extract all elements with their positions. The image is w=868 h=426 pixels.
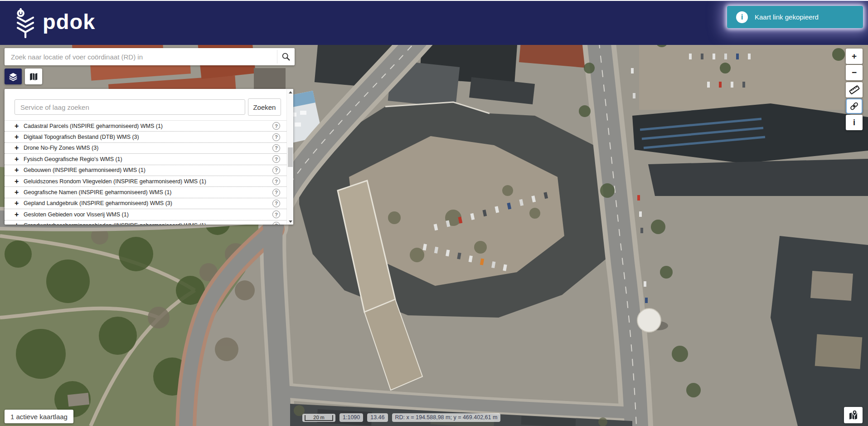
service-row[interactable]: + Grondwaterbeschermingsgebieden (INSPIR… [5, 220, 286, 225]
service-label: Geluidszones Rondom Vliegvelden (INSPIRE… [24, 178, 206, 185]
layer-catalog-panel: Zoeken + Cadastral Parcels (INSPIRE geha… [5, 89, 293, 225]
expand-plus-icon[interactable]: + [15, 144, 24, 152]
scroll-down-arrow[interactable] [287, 218, 293, 225]
active-layers-badge[interactable]: 1 actieve kaartlaag [5, 410, 73, 423]
service-row[interactable]: + Fysisch Geografische Regio's WMS (1) ? [5, 154, 286, 165]
help-icon[interactable]: ? [272, 222, 280, 225]
info-icon: i [736, 11, 748, 23]
service-row[interactable]: + Drone No-Fly Zones WMS (3) ? [5, 143, 286, 154]
service-list: + Cadastral Parcels (INSPIRE geharmonise… [5, 120, 286, 225]
zoom-out-button[interactable]: − [846, 65, 863, 80]
central-block [299, 102, 612, 390]
logo-text: pdok [43, 11, 95, 32]
window-top-edge [0, 0, 868, 1]
zoom-level: 13.46 [367, 413, 388, 422]
map-toggle-button[interactable] [25, 69, 42, 84]
service-label: Digitaal Topografisch Bestand (DTB) WMS … [24, 134, 139, 140]
service-label: Gebouwen (INSPIRE geharmoniseerd) WMS (1… [24, 167, 145, 173]
service-label: Geografische Namen (INSPIRE geharmonisee… [24, 189, 172, 196]
scale-bar: 20 m [302, 414, 335, 422]
help-icon[interactable]: ? [272, 122, 280, 130]
help-icon[interactable]: ? [272, 189, 280, 196]
scrollbar-thumb[interactable] [288, 147, 293, 167]
service-label: Gepland Landgebruik (INSPIRE geharmonise… [24, 200, 172, 206]
right-buildings [579, 28, 868, 426]
scale-bar-label: 20 m [305, 415, 333, 421]
expand-plus-icon[interactable]: + [15, 133, 24, 141]
service-row[interactable]: + Cadastral Parcels (INSPIRE geharmonise… [5, 121, 286, 132]
layers-toggle-button[interactable] [5, 69, 22, 84]
info-button[interactable]: i [846, 115, 863, 130]
expand-plus-icon[interactable]: + [15, 189, 24, 196]
expand-plus-icon[interactable]: + [15, 156, 24, 163]
pdok-leaf-icon [14, 8, 38, 38]
expand-plus-icon[interactable]: + [15, 122, 24, 130]
ruler-icon [849, 84, 860, 95]
map-icon [29, 72, 39, 82]
search-icon [281, 52, 291, 62]
service-label: Cadastral Parcels (INSPIRE geharmoniseer… [24, 123, 163, 129]
expand-plus-icon[interactable]: + [15, 166, 24, 174]
help-icon[interactable]: ? [272, 133, 280, 141]
service-label: Drone No-Fly Zones WMS (3) [24, 145, 98, 151]
measure-button[interactable] [846, 82, 863, 98]
pdok-logo: pdok [14, 8, 95, 38]
expand-plus-icon[interactable]: + [15, 222, 24, 225]
link-icon [849, 101, 859, 111]
scroll-up-arrow[interactable] [287, 89, 293, 95]
map-pin-icon [848, 410, 859, 421]
help-icon[interactable]: ? [272, 166, 280, 174]
parked-cars [422, 192, 550, 271]
share-link-button[interactable] [846, 98, 863, 114]
service-row[interactable]: + Gepland Landgebruik (INSPIRE geharmoni… [5, 198, 286, 209]
toast-text: Kaart link gekopieerd [755, 13, 819, 21]
help-icon[interactable]: ? [272, 155, 280, 163]
help-icon[interactable]: ? [272, 144, 280, 152]
help-icon[interactable]: ? [272, 177, 280, 185]
background-map-button[interactable] [844, 407, 863, 423]
service-row[interactable]: + Gesloten Gebieden voor Visserij WMS (1… [5, 209, 286, 220]
search-button[interactable] [277, 48, 295, 65]
tool-toggles [5, 69, 42, 84]
location-search-bar [5, 48, 295, 65]
service-search-button[interactable]: Zoeken [248, 98, 281, 116]
service-row[interactable]: + Digitaal Topografisch Bestand (DTB) WM… [5, 132, 286, 142]
coordinates-readout: RD: x = 194.588,98 m; y = 469.402,61 m [392, 413, 501, 422]
service-label: Gesloten Gebieden voor Visserij WMS (1) [24, 211, 129, 218]
service-row[interactable]: + Gebouwen (INSPIRE geharmoniseerd) WMS … [5, 165, 286, 176]
scale-ratio: 1:1090 [339, 413, 363, 422]
expand-plus-icon[interactable]: + [15, 178, 24, 185]
expand-plus-icon[interactable]: + [15, 200, 24, 207]
service-row[interactable]: + Geluidszones Rondom Vliegvelden (INSPI… [5, 176, 286, 187]
panel-scrollbar[interactable] [286, 89, 293, 225]
layers-icon [8, 72, 18, 82]
service-row[interactable]: + Geografische Namen (INSPIRE geharmonis… [5, 187, 286, 198]
zoom-in-button[interactable]: + [846, 49, 863, 64]
help-icon[interactable]: ? [272, 211, 280, 218]
location-search-input[interactable] [5, 48, 277, 65]
panel-search-row: Zoeken [5, 89, 286, 120]
service-label: Grondwaterbeschermingsgebieden (INSPIRE … [24, 222, 206, 225]
help-icon[interactable]: ? [272, 200, 280, 207]
service-search-input[interactable] [15, 99, 245, 115]
status-bar: 20 m 1:1090 13.46 RD: x = 194.588,98 m; … [302, 413, 500, 422]
toast-kaart-link[interactable]: i Kaart link gekopieerd [727, 6, 863, 28]
pdok-viewer: pdok i Kaart link gekopieerd [0, 0, 868, 426]
roads [0, 27, 636, 426]
service-label: Fysisch Geografische Regio's WMS (1) [24, 156, 122, 162]
expand-plus-icon[interactable]: + [15, 211, 24, 218]
